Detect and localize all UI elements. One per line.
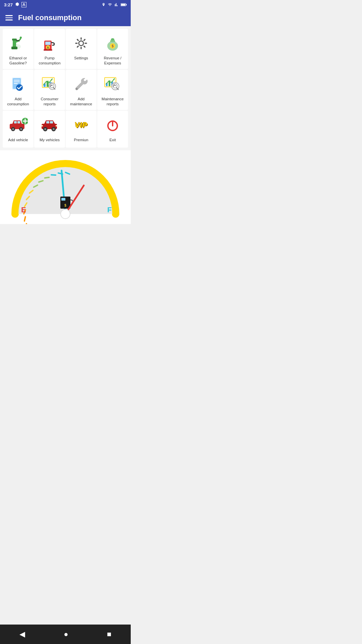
fuel-gauge: E F $ [0,150,131,224]
grid-item-revenue[interactable]: $ Revenue / Expenses [97,29,128,69]
text-input-icon: A [21,2,26,7]
svg-rect-45 [17,121,20,123]
svg-text:F: F [107,206,112,214]
power-icon [103,115,122,135]
grid-item-my-vehicles[interactable]: My vehicles [34,111,65,148]
gear-icon [15,2,19,7]
grid-item-consumer-reports[interactable]: Consumer reports [34,70,65,110]
status-left: 3:27 A [4,2,26,7]
my-vehicles-label: My vehicles [40,138,60,143]
fuel-nozzle-icon [8,34,28,53]
settings-label: Settings [74,56,88,61]
svg-point-59 [44,128,46,130]
svg-text:E: E [21,206,26,214]
fuel-gauge-svg: E F $ [8,154,122,224]
location-icon [102,2,106,7]
ethanol-label: Ethanol or Gasoline? [4,56,32,66]
svg-rect-82 [61,198,65,201]
svg-point-6 [20,37,22,39]
settings-icon [71,34,91,53]
grid-item-exit[interactable]: Exit [97,111,128,148]
svg-point-47 [12,128,14,130]
wrench-icon [71,74,91,94]
svg-rect-57 [56,125,57,126]
status-bar: 3:27 A [0,0,131,9]
signal-icon [114,3,119,7]
menu-button[interactable] [5,15,13,20]
status-right [102,2,127,7]
app-title: Fuel consumption [18,13,81,22]
svg-rect-10 [46,42,50,45]
svg-line-67 [23,217,26,221]
grid-item-add-vehicle[interactable]: Add vehicle [3,111,34,148]
grid-item-add-maintenance[interactable]: Add maintenance [66,70,97,110]
svg-point-19 [111,38,114,40]
grid-item-settings[interactable]: Settings [66,29,97,69]
svg-point-61 [53,128,55,130]
grid-item-premium[interactable]: VIP Premiun [66,111,97,148]
chart-report2-icon [103,74,122,94]
svg-rect-14 [44,49,52,51]
svg-rect-44 [14,121,17,123]
chart-report-icon [40,74,59,94]
grid-item-add-consumption[interactable]: Add consumption [3,70,34,110]
add-maintenance-label: Add maintenance [67,97,95,107]
car-red-icon [40,115,59,135]
svg-rect-54 [46,121,49,123]
add-vehicle-label: Add vehicle [8,138,28,143]
battery-icon [121,3,127,7]
revenue-label: Revenue / Expenses [99,56,127,66]
svg-rect-1 [126,4,127,5]
svg-text:$: $ [64,204,66,207]
svg-rect-2 [121,4,125,5]
svg-point-49 [20,128,22,130]
svg-line-66 [24,224,28,224]
svg-rect-55 [50,121,53,123]
maintenance-reports-label: Maintenance reports [99,97,127,107]
pump-label: Pump consumption [36,56,64,66]
wifi-icon [107,3,113,7]
grid-item-pump[interactable]: $ Pump consumption [34,29,65,69]
grid-item-ethanol[interactable]: Ethanol or Gasoline? [3,29,34,69]
car-plus-icon [8,115,28,135]
money-bag-icon: $ [103,34,122,53]
svg-point-34 [76,88,78,90]
vip-icon: VIP [71,115,91,135]
svg-point-85 [61,209,70,219]
add-consumption-label: Add consumption [4,97,32,107]
main-grid: Ethanol or Gasoline? $ Pump consumption [0,26,131,150]
svg-text:$: $ [47,46,49,49]
grid-item-maintenance-reports[interactable]: Maintenance reports [97,70,128,110]
premium-label: Premiun [74,138,88,143]
exit-label: Exit [109,138,116,143]
document-check-icon [8,74,28,94]
status-time: 3:27 [4,2,13,7]
app-header: Fuel consumption [0,9,131,26]
svg-rect-56 [42,125,43,126]
svg-rect-7 [11,47,17,49]
svg-text:$: $ [112,44,114,48]
pump-icon: $ [40,34,59,53]
consumer-reports-label: Consumer reports [36,97,64,107]
svg-point-15 [79,41,83,46]
